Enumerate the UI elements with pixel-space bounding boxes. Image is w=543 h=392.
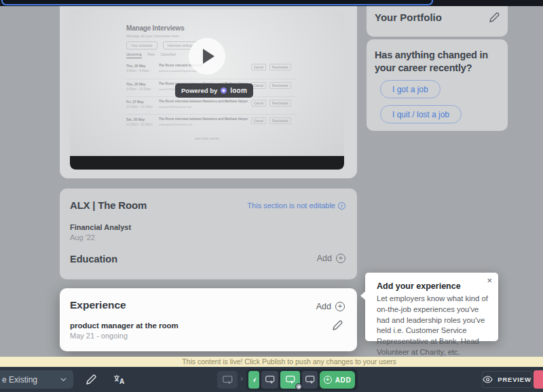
eye-icon [483, 376, 493, 383]
experience-tour-tooltip: × Add your experience Let employers know… [365, 273, 498, 341]
loom-brand-label: loom [230, 87, 247, 94]
row-reschedule-button: Reschedule [269, 82, 291, 89]
live-content-banner: This content is live! Click Publish to p… [0, 357, 543, 367]
row-email: mikaeya23@hotmail.com [159, 123, 248, 126]
not-editable-label: This section is not editable [247, 201, 335, 210]
comment-tool-button[interactable] [217, 371, 238, 389]
info-icon[interactable]: i [338, 202, 345, 210]
add-annotation-button[interactable]: ADD [320, 371, 355, 389]
row-date: Sat, 28 May [126, 117, 159, 121]
chevron-right-separator: › [240, 373, 243, 383]
pencil-icon [86, 374, 96, 385]
chevron-down-icon [60, 376, 67, 383]
plus-circle-icon [324, 376, 332, 384]
row-time: 9:45am - 10:30am [126, 87, 159, 91]
annotation-button-group: ADD [246, 369, 358, 391]
add-button-label: ADD [335, 376, 351, 384]
row-title: The Room interview between Nameless and … [159, 117, 248, 121]
video-subtab-cancelled: Cancelled [161, 52, 176, 58]
translate-icon: A [113, 374, 126, 385]
education-add-button[interactable]: Add [317, 254, 345, 263]
video-screen-title: Manage Interviews [126, 24, 185, 32]
row-time: 10:30am - 11:15am [126, 105, 159, 109]
edit-mode-button[interactable] [81, 370, 101, 389]
quit-lost-job-button[interactable]: I quit / lost a job [380, 105, 462, 123]
comment-cursor-icon [305, 376, 315, 384]
add-label: Add [316, 302, 331, 311]
preview-button-label: PREVIEW [498, 376, 531, 383]
send-annotation-button[interactable] [248, 371, 259, 389]
portfolio-header-card: Your Portfolio [367, 6, 508, 37]
not-editable-note: This section is not editable i [247, 201, 345, 210]
browser-top-bar [0, 0, 543, 6]
video-screen-tabs: Your schedule Interview settings [126, 41, 198, 50]
row-title: The Room interview between Nameless and … [159, 100, 248, 103]
table-row: Fri, 27 May10:30am - 11:15am The Room in… [126, 96, 296, 114]
tooltip-title: Add your experience [377, 281, 461, 291]
row-reschedule-button: Reschedule [269, 100, 291, 106]
education-section-title: Education [70, 254, 117, 264]
comment-button-1[interactable] [261, 371, 278, 389]
play-button[interactable] [189, 38, 225, 75]
row-reschedule-button: Reschedule [269, 117, 291, 124]
video-subtab-past: Past [148, 52, 155, 58]
pencil-icon [332, 320, 343, 331]
row-time: 11:15am - 12:00pm [126, 123, 159, 126]
row-cancel-button: Cancel [251, 100, 266, 106]
row-cancel-button: Cancel [251, 117, 266, 124]
tooltip-arrow [360, 291, 366, 300]
plus-circle-icon [335, 302, 345, 311]
portfolio-title: Your Portfolio [375, 12, 442, 23]
loom-video-player[interactable]: Manage Interviews Manage all your interv… [70, 9, 344, 170]
comment-cursor-icon [286, 376, 295, 384]
video-control-bar[interactable] [70, 156, 344, 170]
close-icon[interactable]: × [487, 276, 492, 285]
publish-button-cutoff[interactable] [533, 370, 543, 389]
got-a-job-button[interactable]: I got a job [380, 80, 441, 98]
send-icon [250, 376, 257, 383]
row-reschedule-button: Reschedule [269, 64, 291, 71]
language-dropdown[interactable]: e Existing [0, 370, 73, 389]
comment-button-3[interactable] [302, 371, 318, 389]
plus-circle-icon [336, 254, 345, 263]
experience-section-title: Experience [70, 299, 126, 311]
preview-button[interactable]: PREVIEW [482, 371, 532, 388]
video-screen-subtabs: Upcoming Past Cancelled [126, 52, 176, 58]
alx-role-date: Aug '22 [70, 233, 95, 241]
video-tab-schedule: Your schedule [126, 41, 157, 50]
powered-by-label: Powered by [181, 87, 217, 94]
experience-entry-date: May 21 - ongoing [70, 332, 128, 340]
comment-button-2[interactable] [280, 371, 300, 389]
experience-entry-title: product manager at the room [70, 321, 179, 330]
alx-section-title: ALX | The Room [70, 199, 147, 211]
table-row: Sat, 28 May11:15am - 12:00pm The Room in… [126, 114, 296, 132]
translate-button[interactable]: A [109, 370, 130, 389]
career-change-card: Has anything changed in your career rece… [367, 39, 508, 131]
row-date: Thu, 26 May [126, 64, 159, 68]
row-date: Thu, 26 May [126, 82, 159, 86]
career-question: Has anything changed in your career rece… [375, 49, 501, 75]
experience-add-button[interactable]: Add [316, 302, 345, 311]
video-screen-subtitle: Manage all your interviews here [126, 34, 179, 38]
alx-role-title: Financial Analyst [70, 223, 131, 231]
comment-cursor-icon [265, 376, 275, 384]
comment-badge [295, 383, 302, 390]
row-cancel-button: Cancel [251, 82, 266, 89]
tooltip-body: Let employers know what kind of on-the-j… [377, 294, 489, 358]
add-label: Add [317, 254, 332, 263]
editor-toolbar: e Existing A › ADD [0, 367, 543, 392]
svg-text:A: A [119, 378, 124, 385]
url-focus-ring[interactable] [1, 0, 433, 5]
experience-section-card: Experience Add product manager at the ro… [60, 288, 357, 351]
live-banner-text: This content is live! Click Publish to p… [0, 357, 543, 367]
intro-video-card: Manage Interviews Manage all your interv… [60, 6, 357, 178]
see-more-link: see more events [70, 137, 344, 140]
row-cancel-button: Cancel [251, 64, 266, 71]
experience-edit-button[interactable] [332, 320, 343, 334]
play-icon [203, 49, 214, 64]
alx-section-card: ALX | The Room This section is not edita… [60, 189, 357, 279]
portfolio-edit-button[interactable] [489, 12, 500, 26]
dropdown-value: e Existing [0, 375, 60, 385]
loom-badge[interactable]: Powered by loom [175, 83, 253, 98]
row-date: Fri, 27 May [126, 100, 159, 104]
